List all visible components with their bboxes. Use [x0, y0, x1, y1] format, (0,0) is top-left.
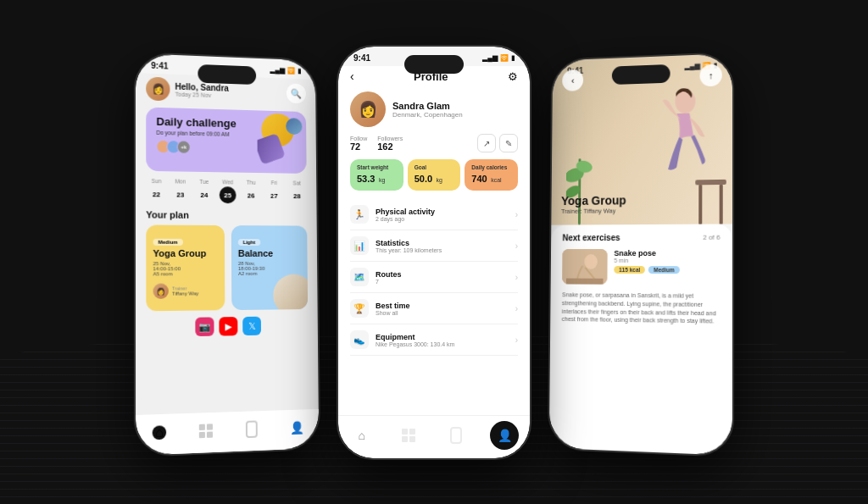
profile-stats: Follow 72 Followers 162 ↗ ✎	[350, 134, 518, 152]
equipment-arrow: ›	[515, 335, 518, 344]
nav-person-active[interactable]: 👤	[490, 421, 519, 450]
battery-icon: ▮	[298, 67, 301, 75]
besttime-sub: Show all	[376, 309, 515, 315]
daily-challenge-card[interactable]: Daily challenge Do your plan before 09:0…	[146, 107, 306, 173]
metric-cards: Start weight 53.3 kg Goal 50.0 kg	[350, 159, 518, 191]
exercise-tags: 115 kcal Medium	[614, 265, 679, 273]
metric-value-0: 53.3 kg	[357, 170, 397, 186]
svg-rect-7	[720, 184, 723, 224]
status-icons-profile: ▂▄▆ 🛜 ▮	[482, 54, 515, 62]
routes-arrow: ›	[515, 272, 518, 281]
day-sun[interactable]: Sun22	[147, 177, 164, 202]
metric-label-0: Start weight	[357, 164, 397, 170]
plan-badge-1: Medium	[153, 238, 182, 245]
plan-card-time-2: 18:00-19:30	[238, 265, 301, 270]
day-wed[interactable]: Wed25	[220, 179, 236, 203]
menu-item-activity[interactable]: 🏃 Physical activity 2 days ago ›	[350, 199, 518, 230]
plan-card-time-1: 14:00-15:00	[153, 266, 219, 271]
phone-profile: 9:41 ▂▄▆ 🛜 ▮ ‹ Profile ⚙ 👩 Sandra Glam	[337, 45, 531, 460]
battery-icon-p: ▮	[511, 54, 515, 62]
nav-home[interactable]: ⌂	[146, 418, 172, 446]
balance-decoration	[273, 274, 308, 310]
phones-container: 9:41 ▂▄▆ 🛜 ▮ 👩 Hello, Sandra Today 25 No…	[135, 45, 733, 460]
stat-follow: Follow 72	[350, 135, 367, 151]
user-avatar[interactable]: 👩	[146, 76, 170, 101]
youtube-icon[interactable]: ▶	[219, 317, 237, 335]
challenge-3d-decoration	[257, 108, 302, 166]
signal-icon: ▂▄▆	[270, 66, 285, 74]
profile-screen: 9:41 ▂▄▆ 🛜 ▮ ‹ Profile ⚙ 👩 Sandra Glam	[338, 47, 530, 458]
search-button[interactable]: 🔍	[287, 83, 306, 103]
followers-label: Followers	[377, 135, 403, 141]
profile-user: 👩 Sandra Glam Denmark, Copenhagen	[350, 91, 518, 127]
day-mon[interactable]: Mon23	[172, 178, 189, 202]
phone-home: 9:41 ▂▄▆ 🛜 ▮ 👩 Hello, Sandra Today 25 No…	[134, 52, 320, 457]
routes-icon: 🗺️	[350, 268, 369, 286]
bottom-nav-home: ⌂ 👤	[136, 408, 319, 455]
avatar-extra: +k	[177, 140, 191, 153]
nav-home-p[interactable]: ⌂	[349, 423, 375, 448]
exercise-info: Snake pose 5 min 115 kcal Medium	[614, 248, 679, 273]
share-button[interactable]: ↗	[477, 134, 496, 152]
profile-location: Denmark, Copenhagen	[392, 110, 463, 118]
activity-sub: 2 days ago	[376, 215, 515, 221]
person-active-icon: 👤	[498, 429, 512, 442]
equipment-icon: 👟	[350, 330, 369, 349]
menu-list: 🏃 Physical activity 2 days ago › 📊 Stati…	[350, 199, 518, 356]
status-time-profile: 9:41	[353, 53, 370, 63]
trainer-avatar: 👩	[153, 283, 169, 298]
nav-chart-p[interactable]	[443, 423, 469, 448]
week-calendar: Sun22 Mon23 Tue24 Wed25 Thu26 Fri27 Sat2…	[146, 177, 307, 203]
plan-card-date-1: 25 Nov,	[153, 261, 219, 266]
follow-label: Follow	[350, 135, 367, 141]
nav-person[interactable]: 👤	[284, 414, 309, 440]
day-thu[interactable]: Thu26	[242, 179, 259, 203]
profile-name: Sandra Glam	[392, 100, 463, 110]
trainer-info: Trainer Tiffany Way	[172, 285, 198, 296]
activity-content: Physical activity 2 days ago	[376, 207, 515, 221]
greeting: Hello, Sandra Today 25 Nov	[175, 81, 228, 98]
besttime-content: Best time Show all	[376, 301, 515, 315]
exercise-card[interactable]: Snake pose 5 min 115 kcal Medium	[562, 248, 721, 285]
plan-card-yoga[interactable]: Medium Yoga Group 25 Nov, 14:00-15:00 A5…	[146, 224, 225, 311]
menu-item-besttime[interactable]: 🏆 Best time Show all ›	[350, 293, 518, 324]
routes-content: Routes 7	[376, 269, 515, 284]
dynamic-island-profile	[404, 55, 464, 74]
social-icons: 📷 ▶ 𝕏	[146, 315, 308, 336]
nav-apps[interactable]	[193, 417, 219, 444]
besttime-title: Best time	[376, 301, 515, 309]
day-sat[interactable]: Sat28	[289, 180, 305, 204]
status-icons-home: ▂▄▆ 🛜 ▮	[270, 66, 301, 75]
plan-badge-2: Light	[238, 239, 260, 246]
settings-button[interactable]: ⚙	[508, 69, 518, 82]
menu-item-equipment[interactable]: 👟 Equipment Nike Pegasus 3000: 130.4 km …	[350, 324, 518, 356]
home-content: 👩 Hello, Sandra Today 25 Nov 🔍 Daily cha…	[136, 73, 319, 415]
statistics-sub: This year: 109 kilometers	[376, 246, 515, 252]
menu-item-routes[interactable]: 🗺️ Routes 7 ›	[350, 262, 518, 293]
day-fri[interactable]: Fri27	[266, 180, 283, 204]
metric-calories: Daily calories 740 kcal	[465, 159, 518, 191]
dynamic-island	[198, 64, 256, 84]
twitter-icon[interactable]: 𝕏	[242, 316, 261, 335]
exercise-duration: 5 min	[614, 257, 679, 263]
day-tue[interactable]: Tue24	[196, 178, 213, 202]
activity-title: Physical activity	[376, 207, 515, 215]
yoga-share-button[interactable]: ↑	[700, 64, 722, 86]
nav-apps-p[interactable]	[396, 423, 421, 448]
exercise-name: Snake pose	[614, 248, 679, 257]
instagram-icon[interactable]: 📷	[195, 317, 214, 336]
yoga-screen: 9:41 ▂▄▆ 🛜 ▮ ‹ ↑	[549, 53, 732, 456]
exercise-thumbnail	[562, 249, 608, 285]
activity-arrow: ›	[515, 209, 518, 219]
plan-title: Your plan	[146, 209, 307, 220]
dynamic-island-yoga	[612, 64, 670, 84]
nav-chart[interactable]	[239, 416, 264, 442]
menu-item-statistics[interactable]: 📊 Statistics This year: 109 kilometers ›	[350, 230, 518, 262]
plan-card-date-2: 28 Nov,	[238, 261, 301, 266]
yoga-group-label: Yoga Group Trainer: Tiffany Way	[561, 193, 626, 214]
back-button[interactable]: ‹	[350, 69, 354, 83]
plan-card-balance[interactable]: Light Balance 28 Nov, 18:00-19:30 A2 roo…	[231, 225, 308, 310]
edit-button[interactable]: ✎	[499, 134, 518, 152]
metric-start-weight: Start weight 53.3 kg	[350, 159, 403, 191]
statistics-arrow: ›	[515, 241, 518, 250]
